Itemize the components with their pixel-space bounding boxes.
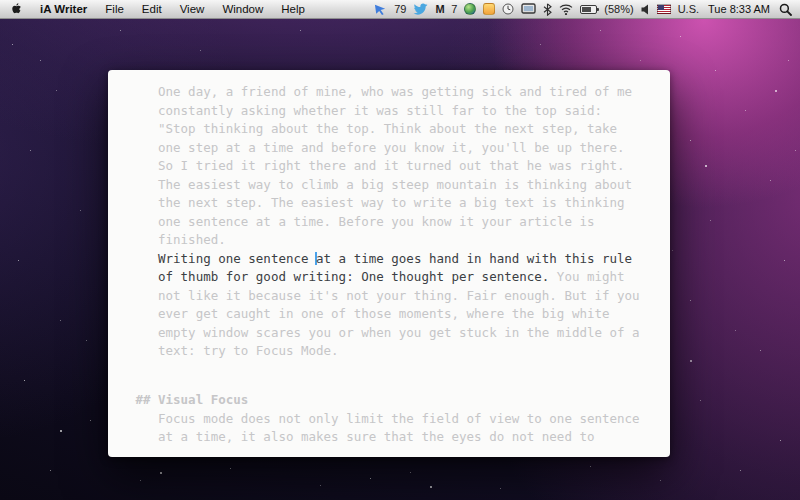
editor-line: The easiest way to climb a big steep mou… — [158, 176, 640, 195]
editor-line: Focus mode does not only limit the field… — [158, 410, 640, 429]
editor-line: at a time, it also makes sure that the e… — [158, 428, 640, 447]
editor-line: empty window scares you or when you get … — [158, 324, 640, 343]
pointer-count: 79 — [394, 3, 406, 15]
display-icon[interactable] — [521, 3, 536, 15]
orange-app-icon[interactable] — [483, 3, 495, 15]
dimmed-text-segment: not like it because it's not your thing.… — [158, 288, 640, 303]
clock-icon[interactable] — [502, 3, 514, 15]
writer-window: One day, a friend of mine, who was getti… — [108, 70, 670, 457]
editor-line: one sentence at a time. Before you know … — [158, 213, 640, 232]
editor-heading-line: ## Visual Focus — [158, 391, 640, 410]
focused-sentence-segment: of thumb for good writing: One thought p… — [158, 269, 549, 284]
menu-file[interactable]: File — [96, 0, 133, 18]
dimmed-text-segment: at a time, it also makes sure that the e… — [158, 429, 595, 444]
editor-line: Writing one sentence at a time goes hand… — [158, 250, 640, 269]
editor-line: One day, a friend of mine, who was getti… — [158, 83, 640, 102]
focused-sentence-segment: Writing one sentence — [158, 251, 316, 266]
dimmed-text-segment: the next step. The easiest way to write … — [158, 195, 625, 210]
dimmed-text-segment: constantly asking whether it was still f… — [158, 103, 602, 118]
battery-icon[interactable] — [580, 5, 597, 14]
bluetooth-icon[interactable] — [543, 3, 552, 16]
dimmed-text-segment: ever get caught in one of those moments,… — [158, 306, 610, 321]
editor-line: constantly asking whether it was still f… — [158, 102, 640, 121]
menu-help[interactable]: Help — [272, 0, 314, 18]
dimmed-text-segment: You might — [549, 269, 624, 284]
wifi-icon[interactable] — [559, 4, 573, 15]
volume-icon[interactable] — [641, 4, 650, 15]
editor-line: finished. — [158, 231, 640, 250]
menu-bar: iA Writer File Edit View Window Help 79 … — [0, 0, 800, 19]
twitter-bird-icon[interactable] — [413, 3, 428, 16]
dimmed-text-segment: text: try to Focus Mode. — [158, 343, 339, 358]
editor-body[interactable]: One day, a friend of mine, who was getti… — [108, 70, 670, 457]
menu-bar-menus: iA Writer File Edit View Window Help — [0, 0, 314, 18]
menu-edit[interactable]: Edit — [133, 0, 171, 18]
apple-logo-icon — [10, 2, 23, 16]
dimmed-text-segment: Focus mode does not only limit the field… — [158, 411, 640, 426]
input-source-label: U.S. — [678, 3, 699, 15]
editor-line: the next step. The easiest way to write … — [158, 194, 640, 213]
focused-sentence-segment: at a time goes hand in hand with this ru… — [316, 251, 632, 266]
editor-line: So I tried it right there and it turned … — [158, 157, 640, 176]
spotlight-icon[interactable] — [779, 3, 792, 16]
editor-line: not like it because it's not your thing.… — [158, 287, 640, 306]
dimmed-text-segment: one sentence at a time. Before you know … — [158, 214, 595, 229]
dimmed-text-segment: empty window scares you or when you get … — [158, 325, 640, 340]
editor-line — [158, 361, 640, 380]
apple-menu[interactable] — [0, 2, 31, 16]
dimmed-text-segment: "Stop thinking about the top. Think abou… — [158, 121, 617, 136]
newsreader-count: 7 — [451, 3, 457, 15]
menu-app-name[interactable]: iA Writer — [31, 0, 96, 18]
battery-percentage: (58%) — [604, 3, 633, 15]
editor-line: "Stop thinking about the top. Think abou… — [158, 120, 640, 139]
dimmed-text-segment: one step at a time and before you know i… — [158, 140, 625, 155]
editor-line: of thumb for good writing: One thought p… — [158, 268, 640, 287]
newsreader-icon[interactable]: M — [435, 3, 444, 15]
dimmed-text-segment: The easiest way to climb a big steep mou… — [158, 177, 632, 192]
dimmed-text-segment: finished. — [158, 232, 226, 247]
editor-line: ever get caught in one of those moments,… — [158, 305, 640, 324]
menu-bar-status: 79 M 7 (58%) U.S. Tue 8:33 AM — [374, 0, 800, 18]
menu-bar-clock[interactable]: Tue 8:33 AM — [706, 3, 772, 15]
pointer-icon[interactable] — [374, 3, 387, 16]
editor-line: one step at a time and before you know i… — [158, 139, 640, 158]
dimmed-text-segment: One day, a friend of mine, who was getti… — [158, 84, 632, 99]
menu-window[interactable]: Window — [213, 0, 272, 18]
editor-line: text: try to Focus Mode. — [158, 342, 640, 361]
input-source-flag-icon[interactable] — [657, 4, 671, 14]
dimmed-text-segment: ## Visual Focus — [135, 392, 248, 407]
sync-globe-icon[interactable] — [464, 3, 476, 15]
dimmed-text-segment: So I tried it right there and it turned … — [158, 158, 625, 173]
menu-view[interactable]: View — [171, 0, 214, 18]
